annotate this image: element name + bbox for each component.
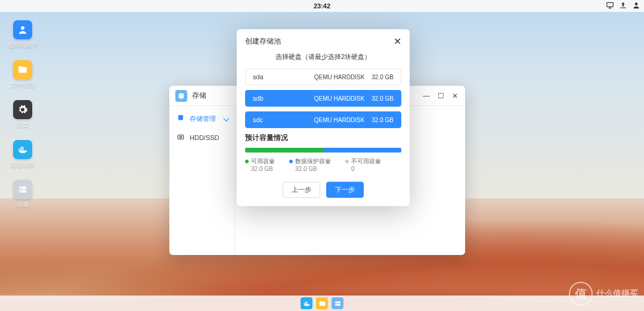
svg-rect-1: [620, 8, 626, 8]
legend-value: 32.0 GB: [295, 166, 331, 172]
svg-rect-14: [335, 304, 340, 306]
disk-row-sda[interactable]: sdaQEMU HARDDISK32.0 GB: [245, 69, 401, 85]
dialog-subtitle: 选择硬盘（请最少选择2块硬盘）: [245, 52, 401, 61]
disk-model: QEMU HARDDISK: [314, 74, 364, 80]
disk-size: 32.0 GB: [371, 74, 394, 80]
prev-button[interactable]: 上一步: [283, 182, 320, 198]
svg-rect-5: [19, 190, 26, 193]
desktop-icon-label: 组织与用户: [8, 41, 38, 49]
watermark: 值 什么值得买: [555, 280, 638, 307]
hdd-icon: [177, 133, 185, 142]
svg-rect-0: [607, 2, 614, 7]
capacity-section-title: 预计容量情况: [245, 133, 401, 143]
disk-name: sdb: [253, 95, 314, 102]
capacity-bar: [245, 148, 401, 153]
window-maximize-button[interactable]: ☐: [436, 92, 445, 100]
disk-model: QEMU HARDDISK: [314, 95, 364, 102]
svg-point-15: [336, 301, 336, 302]
legend-label: 可用容量: [245, 157, 275, 166]
disk-row-sdb[interactable]: sdbQEMU HARDDISK32.0 GB: [245, 90, 401, 107]
desktop-icon-label: 容器管理: [11, 161, 35, 169]
dock-app-container[interactable]: [301, 297, 312, 309]
sidebar-item-label: HDD/SSD: [190, 134, 219, 141]
svg-point-2: [635, 2, 638, 5]
svg-rect-13: [335, 301, 340, 303]
desktop-icon-label: 设置: [17, 121, 29, 129]
disk-row-sdc[interactable]: sdcQEMU HARDDISK32.0 GB: [245, 111, 401, 128]
dialog-title: 创建存储池: [245, 36, 281, 46]
legend-label: 数据保护容量: [289, 157, 331, 166]
capacity-bar-protection: [323, 148, 401, 153]
users-icon: [13, 20, 32, 39]
svg-point-16: [336, 304, 336, 305]
desktop-icon-users[interactable]: 组织与用户: [10, 20, 36, 49]
desktop-icon-label: 存储: [17, 201, 29, 209]
clock: 23:42: [314, 2, 330, 10]
dock-app-folder[interactable]: [316, 297, 328, 309]
top-bar: 23:42: [0, 0, 644, 12]
stack-icon: [177, 114, 185, 123]
disk-model: QEMU HARDDISK: [314, 117, 364, 123]
svg-point-7: [20, 191, 21, 192]
upload-icon[interactable]: [619, 1, 627, 11]
dialog-close-button[interactable]: ✕: [394, 37, 401, 46]
svg-point-3: [21, 26, 24, 30]
legend-value: 0: [351, 166, 381, 172]
window-close-button[interactable]: ✕: [451, 92, 459, 100]
disk-icon: [13, 180, 32, 199]
legend-item: 可用容量32.0 GB: [245, 157, 275, 172]
user-icon[interactable]: [632, 1, 640, 11]
legend-label: 不可用容量: [345, 157, 381, 166]
legend-item: 数据保护容量32.0 GB: [289, 157, 331, 172]
dock: [0, 296, 644, 311]
disk-name: sda: [253, 73, 314, 80]
window-minimize-button[interactable]: —: [422, 92, 431, 100]
desktop-icon-disk[interactable]: 存储: [10, 180, 36, 209]
storage-window-icon: [175, 90, 187, 102]
desktop-icon-gear[interactable]: 设置: [10, 100, 36, 129]
svg-point-6: [20, 187, 21, 188]
gear-icon: [13, 100, 32, 119]
sidebar-item-stack[interactable]: 存储管理: [169, 109, 234, 128]
monitor-icon[interactable]: [606, 1, 614, 11]
svg-rect-4: [19, 186, 26, 189]
next-button[interactable]: 下一步: [326, 182, 364, 198]
legend-item: 不可用容量0: [345, 157, 381, 172]
system-tray: [606, 1, 640, 11]
storage-sidebar: 存储管理HDD/SSD: [169, 106, 235, 255]
sidebar-item-hdd[interactable]: HDD/SSD: [169, 128, 234, 147]
folder-icon: [13, 60, 32, 79]
dock-app-disk[interactable]: [332, 297, 343, 309]
disk-size: 32.0 GB: [371, 95, 394, 102]
desktop-icon-folder[interactable]: 文件管理: [10, 60, 36, 89]
container-icon: [13, 140, 32, 159]
sidebar-item-label: 存储管理: [190, 114, 216, 123]
legend-value: 32.0 GB: [251, 166, 275, 172]
capacity-bar-usable: [245, 148, 323, 153]
disk-name: sdc: [253, 116, 314, 123]
desktop-icon-label: 文件管理: [11, 81, 35, 89]
svg-point-12: [180, 136, 181, 137]
desktop-icon-container[interactable]: 容器管理: [10, 140, 36, 169]
create-pool-dialog: 创建存储池 ✕ 选择硬盘（请最少选择2块硬盘） sdaQEMU HARDDISK…: [237, 29, 410, 206]
disk-size: 32.0 GB: [371, 117, 394, 123]
